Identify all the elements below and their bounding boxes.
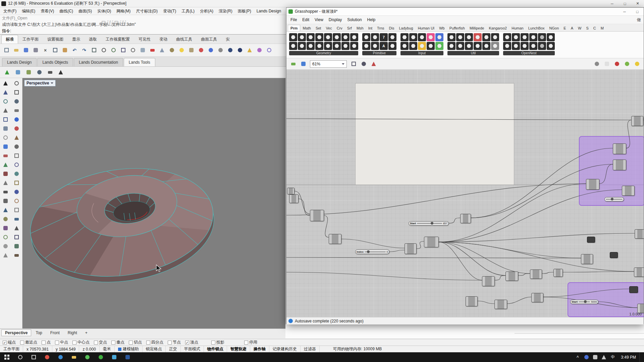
gh-menu-item-1[interactable]: Edit [300, 16, 312, 24]
gh-component-icon[interactable] [435, 33, 443, 41]
palette-tool-5[interactable] [11, 97, 22, 106]
gh-component-icon[interactable] [465, 42, 473, 50]
zoom-selection-icon[interactable] [350, 60, 358, 68]
viewport-title-menu[interactable]: Perspective [24, 80, 56, 86]
gh-tab-22[interactable]: S [584, 25, 591, 31]
gh-component-node[interactable] [581, 254, 593, 264]
rhino-menu-item-5[interactable]: 实体(O) [95, 7, 114, 15]
gh-maximize-button[interactable]: □ [631, 8, 644, 15]
osnap-toggle-7[interactable]: 切点 [129, 340, 142, 345]
palette-tool-18[interactable] [0, 160, 11, 169]
selected-preview-icon[interactable] [613, 60, 621, 68]
palette-tool-26[interactable] [0, 196, 11, 205]
rhino-titlebar[interactable]: 12 (6 MB) - Rhinoceros 6 Evaluation (还剩下… [0, 0, 644, 7]
osnap-toggle-12[interactable]: 停用 [244, 340, 257, 345]
gh-component-icon[interactable] [315, 42, 323, 50]
gh-component-icon[interactable] [456, 33, 464, 41]
tray-chevron-icon[interactable]: ^ [573, 352, 582, 362]
osnap-checkbox[interactable] [168, 341, 172, 345]
gh-component-node[interactable] [530, 269, 542, 279]
gh-menu-item-3[interactable]: Display [326, 16, 344, 24]
palette-tool-16[interactable] [0, 151, 11, 160]
gh-component-icon[interactable] [465, 33, 473, 41]
palette-tool-37[interactable] [11, 242, 22, 251]
gh-component-icon[interactable] [307, 42, 315, 50]
palette-tool-6[interactable] [0, 106, 11, 115]
palette-tool-31[interactable] [11, 215, 22, 224]
close-button[interactable]: ✕ [631, 0, 644, 7]
status-units[interactable]: 毫米 [100, 346, 115, 352]
viewport-tab-2[interactable]: Front [47, 329, 63, 336]
sphere-dark-icon[interactable] [226, 46, 234, 55]
palette-tool-25[interactable] [11, 187, 22, 196]
status-toggle-0[interactable]: 锁定格点 [143, 346, 166, 352]
gh-component-icon[interactable] [547, 42, 555, 50]
lands-tab-2[interactable]: Lands Documentation [74, 58, 123, 66]
paste-icon[interactable] [60, 46, 69, 55]
palette-tool-34[interactable] [0, 233, 11, 242]
palette-tool-22[interactable] [0, 178, 11, 187]
gh-component-icon[interactable] [482, 33, 490, 41]
gh-menu-item-0[interactable]: File [288, 16, 300, 24]
gh-component-icon[interactable] [538, 33, 546, 41]
gh-component-icon[interactable]: 7 [380, 33, 388, 41]
palette-tool-8[interactable] [0, 115, 11, 124]
palette-tool-10[interactable] [0, 124, 11, 133]
edge-icon[interactable] [54, 352, 67, 362]
rhino-toolbar-tab-0[interactable]: 标准 [1, 35, 18, 44]
gh-component-node[interactable] [531, 293, 543, 302]
osnap-toggle-8[interactable]: 四分点 [146, 340, 163, 345]
palette-tool-39[interactable] [11, 251, 22, 260]
gh-component-icon[interactable] [435, 42, 443, 50]
gh-component-icon[interactable] [315, 33, 323, 41]
grasshopper-canvas[interactable]: 1.0.000 Index0Start857Start5000 [286, 70, 644, 317]
palette-tool-27[interactable] [11, 196, 22, 205]
gh-tab-17[interactable]: LunchBox [526, 25, 547, 31]
palette-tool-13[interactable] [11, 133, 22, 142]
save-icon[interactable] [21, 46, 30, 55]
palette-tool-30[interactable] [0, 215, 11, 224]
filter-icon[interactable] [245, 46, 254, 55]
rhino-menu-item-12[interactable]: 面板(P) [235, 7, 254, 15]
palette-tool-24[interactable] [0, 187, 11, 196]
palette-tool-33[interactable] [11, 224, 22, 233]
palette-tool-28[interactable] [0, 205, 11, 215]
gh-component-icon[interactable] [388, 42, 396, 50]
palette-tool-14[interactable] [0, 142, 11, 151]
osnap-checkbox[interactable] [20, 341, 24, 345]
slider-handle[interactable] [611, 198, 613, 200]
osnap-toggle-5[interactable]: 交点 [94, 340, 107, 345]
gh-component-icon[interactable] [400, 42, 409, 50]
gh-component-icon[interactable] [447, 42, 455, 50]
slider-handle[interactable] [367, 250, 370, 253]
gh-component-icon[interactable] [521, 42, 529, 50]
gh-ribbon-group-label-3[interactable]: Util [447, 51, 499, 55]
palette-tool-35[interactable] [11, 233, 22, 242]
number-slider[interactable] [604, 197, 624, 201]
palette-tool-36[interactable] [0, 242, 11, 251]
cut-icon[interactable]: × [41, 46, 50, 55]
open-file-icon[interactable] [12, 46, 20, 55]
zoom-window-icon[interactable] [109, 46, 118, 55]
gh-component-icon[interactable] [447, 33, 455, 41]
pan-icon[interactable] [90, 46, 98, 55]
gh-tab-0[interactable]: Prm [288, 25, 300, 31]
gh-component-node[interactable] [405, 243, 417, 254]
palette-tool-7[interactable] [11, 106, 22, 115]
gh-tab-1[interactable]: Math [300, 25, 313, 31]
preview-mesh-icon[interactable] [593, 60, 601, 68]
zoom-extents-icon[interactable] [119, 46, 127, 55]
palette-tool-1[interactable] [11, 79, 22, 88]
rhino-toolbar-tab-6[interactable]: 可见性 [134, 35, 155, 44]
input-method-indicator[interactable]: 中 [608, 354, 618, 360]
wechat-icon[interactable] [94, 352, 107, 362]
gh-component-icon[interactable] [333, 42, 341, 50]
gh-component-icon[interactable] [409, 33, 417, 41]
gh-tab-19[interactable]: E [561, 25, 568, 31]
gh-component-icon[interactable] [371, 33, 379, 41]
osnap-checkbox[interactable] [111, 341, 115, 345]
gh-tab-15[interactable]: Kangaroo2 [486, 25, 509, 31]
lands-tab-0[interactable]: Lands Design [2, 58, 37, 66]
gh-component-icon[interactable] [409, 42, 417, 50]
minimize-button[interactable]: ─ [606, 0, 619, 7]
